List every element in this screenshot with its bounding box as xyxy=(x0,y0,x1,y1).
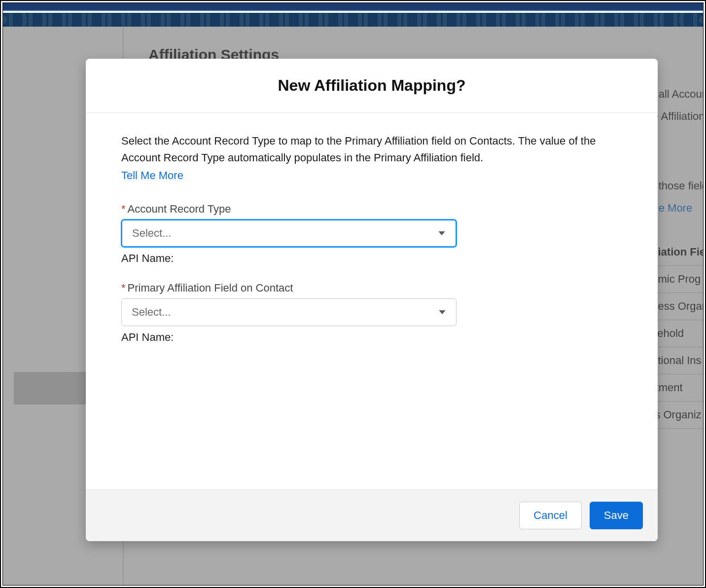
new-affiliation-mapping-modal: New Affiliation Mapping? Select the Acco… xyxy=(86,59,658,541)
api-name-label: API Name: xyxy=(121,331,622,344)
chevron-down-icon xyxy=(438,308,446,316)
save-button[interactable]: Save xyxy=(590,502,643,529)
form-group-account-record-type: *Account Record Type Select... API Name: xyxy=(121,203,622,265)
modal-title: New Affiliation Mapping? xyxy=(96,76,648,95)
account-record-type-select[interactable]: Select... xyxy=(121,220,457,247)
cancel-button[interactable]: Cancel xyxy=(519,502,581,529)
label-account-record-type: *Account Record Type xyxy=(121,203,622,216)
form-group-primary-affiliation-field: *Primary Affiliation Field on Contact Se… xyxy=(121,282,622,344)
chevron-down-icon xyxy=(438,229,446,237)
label-text: Account Record Type xyxy=(128,203,231,215)
modal-footer: Cancel Save xyxy=(86,489,658,541)
primary-affiliation-field-select[interactable]: Select... xyxy=(121,298,457,326)
modal-help-text: Select the Account Record Type to map to… xyxy=(121,133,622,166)
select-placeholder: Select... xyxy=(132,306,171,319)
required-indicator-icon: * xyxy=(121,203,126,215)
label-primary-affiliation-field: *Primary Affiliation Field on Contact xyxy=(121,282,622,294)
required-indicator-icon: * xyxy=(121,282,126,294)
tell-me-more-link[interactable]: Tell Me More xyxy=(121,169,183,182)
api-name-label: API Name: xyxy=(121,252,622,265)
label-text: Primary Affiliation Field on Contact xyxy=(128,282,293,294)
modal-header: New Affiliation Mapping? xyxy=(86,59,658,113)
select-placeholder: Select... xyxy=(132,227,171,240)
modal-body: Select the Account Record Type to map to… xyxy=(86,113,658,489)
